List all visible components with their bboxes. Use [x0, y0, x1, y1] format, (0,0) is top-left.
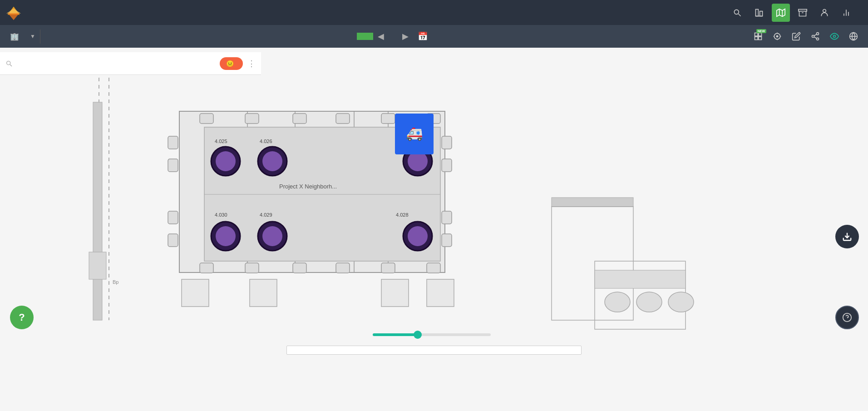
svg-point-64 [262, 151, 282, 171]
top-nav [0, 0, 868, 25]
svg-rect-73 [200, 114, 213, 124]
search-input[interactable] [17, 60, 215, 67]
svg-rect-91 [442, 211, 452, 224]
svg-rect-40 [552, 198, 633, 207]
svg-rect-81 [293, 263, 306, 273]
new-badge: NEW [756, 29, 766, 33]
svg-rect-37 [93, 102, 102, 320]
svg-text:Bp: Bp [113, 279, 118, 285]
office-selector[interactable]: 🏢 ▼ [5, 30, 40, 44]
person-nav-icon[interactable] [815, 4, 833, 22]
floor-plan-svg: Bp Project X Neighborh... 4.025 4.02 [0, 48, 868, 411]
floor-plan-icon[interactable]: NEW [749, 27, 767, 45]
zoom-slider-thumb[interactable] [414, 331, 422, 339]
svg-text:4.026: 4.026 [260, 139, 272, 144]
nav-right-icons: NEW [749, 27, 863, 45]
svg-point-13 [823, 9, 826, 12]
search-bar: 😐 ⋮ [0, 52, 261, 75]
date-display [389, 35, 398, 38]
svg-point-70 [262, 226, 282, 246]
unseated-emoji: 😐 [226, 60, 234, 67]
svg-rect-90 [442, 159, 452, 172]
svg-rect-75 [293, 114, 306, 124]
capacity-track [286, 346, 582, 355]
logo-area[interactable] [5, 5, 30, 21]
capacity-bar [286, 346, 582, 357]
svg-point-46 [668, 292, 694, 312]
dropdown-arrow-icon: ▼ [30, 33, 35, 40]
svg-rect-18 [759, 33, 762, 36]
floor-plan-area: Bp Project X Neighborh... 4.025 4.02 [0, 48, 868, 411]
svg-text:4.029: 4.029 [260, 212, 272, 218]
svg-point-45 [636, 292, 662, 312]
box-nav-icon[interactable] [794, 4, 812, 22]
svg-rect-79 [200, 263, 213, 273]
svg-point-28 [812, 35, 814, 38]
svg-marker-2 [6, 9, 21, 14]
svg-point-29 [817, 38, 819, 40]
zoom-slider-track[interactable] [373, 333, 491, 336]
calendar-icon[interactable]: 📅 [413, 28, 432, 45]
svg-rect-19 [755, 37, 758, 40]
svg-text:4.030: 4.030 [215, 212, 227, 218]
siq-logo [5, 5, 22, 21]
svg-rect-83 [381, 263, 395, 273]
svg-rect-77 [381, 114, 395, 124]
svg-point-62 [216, 151, 236, 171]
svg-point-72 [408, 226, 428, 246]
svg-line-101 [10, 64, 12, 66]
search-icon [5, 60, 13, 67]
svg-rect-17 [755, 33, 758, 36]
svg-rect-88 [168, 234, 178, 247]
svg-point-44 [605, 292, 630, 312]
svg-rect-87 [168, 211, 178, 224]
svg-rect-95 [381, 279, 409, 307]
svg-rect-89 [442, 136, 452, 149]
unseated-badge[interactable]: 😐 [220, 57, 243, 70]
svg-rect-94 [250, 279, 277, 307]
map-nav-icon[interactable] [772, 4, 790, 22]
date-nav-center: ◀ ▶ 📅 [40, 28, 749, 45]
popup-card[interactable]: 🚑 [395, 114, 434, 154]
svg-rect-85 [168, 136, 178, 149]
eye-icon[interactable] [825, 27, 843, 45]
svg-rect-86 [168, 159, 178, 172]
svg-rect-96 [427, 279, 454, 307]
svg-rect-43 [595, 270, 686, 288]
prev-date-arrow[interactable]: ◀ [373, 28, 389, 45]
svg-rect-11 [799, 9, 807, 11]
help-button-right[interactable] [835, 306, 859, 329]
svg-rect-93 [182, 279, 209, 307]
globe-icon[interactable] [844, 27, 863, 45]
share-icon[interactable] [806, 27, 824, 45]
svg-rect-5 [756, 9, 759, 16]
svg-rect-80 [245, 263, 259, 273]
next-date-arrow[interactable]: ▶ [398, 28, 413, 45]
svg-rect-38 [89, 252, 106, 279]
svg-point-68 [216, 226, 236, 246]
help-button[interactable]: ? [10, 306, 34, 329]
svg-marker-1 [8, 13, 20, 20]
rotate-icon[interactable] [768, 27, 786, 45]
svg-line-4 [739, 14, 741, 16]
svg-text:4.028: 4.028 [396, 212, 409, 218]
download-button[interactable] [835, 225, 859, 248]
search-nav-icon[interactable] [728, 4, 746, 22]
question-mark-icon: ? [19, 312, 25, 323]
svg-text:Project X Neighborh...: Project X Neighborh... [279, 183, 337, 190]
svg-point-27 [817, 33, 819, 35]
svg-line-31 [814, 34, 817, 35]
question-circle-icon [842, 312, 852, 322]
download-icon [842, 232, 852, 242]
more-options-icon[interactable]: ⋮ [247, 59, 256, 69]
pencil-icon[interactable] [787, 27, 805, 45]
ambulance-icon: 🚑 [406, 125, 423, 141]
svg-rect-92 [442, 234, 452, 247]
svg-point-32 [833, 35, 836, 38]
buildings-nav-icon[interactable] [750, 4, 768, 22]
chart-nav-icon[interactable] [837, 4, 855, 22]
svg-marker-8 [777, 9, 785, 16]
now-button[interactable] [357, 33, 373, 40]
svg-text:4.025: 4.025 [215, 139, 227, 144]
svg-rect-6 [760, 11, 763, 16]
